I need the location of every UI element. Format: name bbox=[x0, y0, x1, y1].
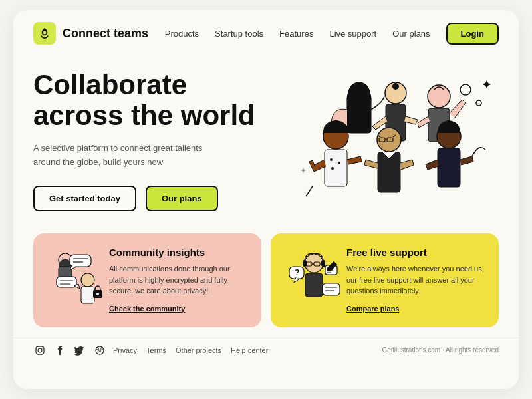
hero-subtitle: A selective platform to connect great ta… bbox=[33, 142, 219, 170]
svg-point-18 bbox=[331, 167, 334, 170]
svg-point-1 bbox=[460, 84, 471, 95]
community-description: All communications done through our plat… bbox=[109, 263, 248, 297]
nav-features[interactable]: Features bbox=[279, 29, 313, 39]
svg-rect-32 bbox=[81, 287, 94, 303]
nav-products[interactable]: Products bbox=[165, 29, 199, 39]
footer-other-projects[interactable]: Other projects bbox=[176, 346, 221, 354]
community-content: Community insights All communications do… bbox=[109, 247, 248, 314]
logo-text: Connect teams bbox=[63, 27, 148, 41]
svg-rect-51 bbox=[36, 346, 44, 354]
footer-links: Privacy Terms Other projects Help center bbox=[113, 346, 268, 354]
dribbble-icon[interactable] bbox=[93, 344, 106, 357]
svg-point-2 bbox=[476, 100, 481, 106]
svg-rect-28 bbox=[70, 255, 91, 267]
cards-row: Community insights All communications do… bbox=[13, 223, 519, 338]
svg-line-3 bbox=[306, 186, 313, 196]
svg-point-19 bbox=[377, 128, 401, 152]
support-illustration: ? bbox=[284, 247, 337, 300]
svg-point-53 bbox=[42, 347, 43, 348]
svg-point-17 bbox=[338, 162, 340, 164]
footer-privacy[interactable]: Privacy bbox=[113, 346, 137, 354]
svg-rect-15 bbox=[325, 150, 347, 186]
svg-rect-25 bbox=[438, 148, 460, 187]
svg-rect-5 bbox=[347, 100, 371, 133]
community-link[interactable]: Check the community bbox=[109, 305, 185, 313]
footer-left: Privacy Terms Other projects Help center bbox=[33, 344, 268, 357]
our-plans-button[interactable]: Our plans bbox=[146, 186, 218, 211]
instagram-icon[interactable] bbox=[33, 344, 47, 357]
svg-point-16 bbox=[330, 158, 332, 161]
svg-rect-48 bbox=[323, 283, 340, 295]
svg-point-9 bbox=[428, 85, 450, 108]
nav-startup-tools[interactable]: Startup tools bbox=[215, 29, 263, 39]
facebook-icon[interactable] bbox=[53, 344, 66, 357]
main-nav: Products Startup tools Features Live sup… bbox=[165, 23, 499, 45]
support-card: ? Free live support We're always here wh… bbox=[271, 233, 499, 327]
support-content: Free live support We're always here when… bbox=[346, 247, 485, 314]
logo-icon bbox=[33, 22, 56, 45]
footer-help-center[interactable]: Help center bbox=[231, 346, 268, 354]
support-title: Free live support bbox=[346, 247, 485, 258]
svg-rect-33 bbox=[57, 277, 76, 287]
svg-rect-42 bbox=[303, 260, 307, 267]
svg-point-14 bbox=[332, 121, 339, 128]
community-illustration bbox=[47, 247, 100, 300]
hero-left: Collaborate across the world A selective… bbox=[33, 63, 273, 223]
svg-point-31 bbox=[81, 273, 94, 287]
svg-point-12 bbox=[324, 125, 331, 132]
svg-point-0 bbox=[43, 31, 47, 35]
twitter-icon[interactable] bbox=[73, 344, 86, 357]
community-card: Community insights All communications do… bbox=[33, 233, 261, 327]
logo-area: Connect teams bbox=[33, 22, 148, 45]
support-link[interactable]: Compare plans bbox=[346, 305, 399, 313]
svg-point-13 bbox=[341, 125, 348, 132]
page-wrapper: Connect teams Products Startup tools Fea… bbox=[13, 10, 519, 389]
get-started-button[interactable]: Get started today bbox=[33, 186, 136, 211]
community-title: Community insights bbox=[109, 247, 248, 258]
nav-live-support[interactable]: Live support bbox=[329, 29, 376, 39]
header: Connect teams Products Startup tools Fea… bbox=[13, 10, 519, 57]
svg-point-37 bbox=[96, 293, 99, 295]
svg-point-7 bbox=[392, 83, 399, 90]
hero-title: Collaborate across the world bbox=[33, 70, 273, 131]
hero-buttons: Get started today Our plans bbox=[33, 186, 273, 211]
svg-rect-44 bbox=[305, 273, 323, 297]
support-description: We're always here whenever you need us, … bbox=[346, 263, 485, 297]
people-svg bbox=[273, 63, 499, 236]
footer-terms[interactable]: Terms bbox=[146, 346, 166, 354]
hero-section: Collaborate across the world A selective… bbox=[13, 57, 519, 223]
footer: Privacy Terms Other projects Help center… bbox=[13, 338, 519, 362]
nav-plans[interactable]: Our plans bbox=[392, 29, 430, 39]
footer-copyright: Getillustrations.com · All rights reserv… bbox=[382, 346, 499, 354]
svg-text:?: ? bbox=[295, 268, 299, 277]
login-button[interactable]: Login bbox=[446, 23, 499, 45]
hero-illustration bbox=[273, 63, 499, 223]
svg-point-52 bbox=[38, 348, 42, 352]
